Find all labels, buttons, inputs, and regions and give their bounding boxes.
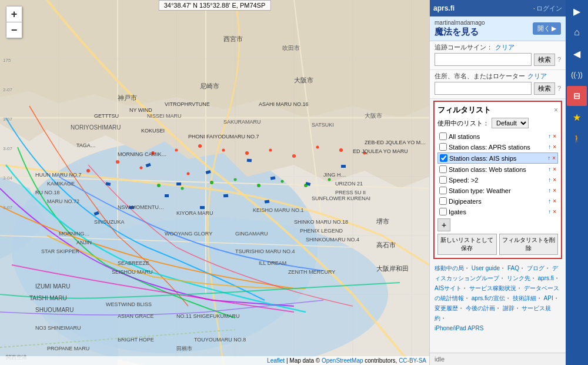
link-user-guide[interactable]: User guide — [472, 265, 500, 271]
filter-up-speed[interactable]: ↑ — [548, 177, 551, 183]
link-moving-stations[interactable]: 移動中の局 — [435, 265, 464, 271]
svg-point-30 — [222, 149, 225, 152]
cc-link[interactable]: CC-BY-SA — [399, 357, 426, 364]
filter-x-web-stations[interactable]: × — [553, 166, 556, 172]
delete-list-button[interactable]: フィルタリストを削除 — [499, 234, 559, 255]
link-changelog[interactable]: 変更履歴 — [435, 305, 458, 311]
filter-x-digipeaters[interactable]: × — [553, 198, 556, 204]
svg-point-34 — [140, 167, 143, 170]
filter-item-igates: Igates ↑ × — [437, 207, 558, 217]
filter-checkbox-web-stations[interactable] — [439, 165, 447, 173]
coordinates-bar: 34°38.47' N 135°32.88' E, PM74SP — [159, 0, 271, 11]
zoom-out-button[interactable]: − — [6, 22, 22, 38]
login-link[interactable]: ログイン — [536, 4, 562, 13]
nav-right-icon[interactable]: ▶ — [567, 1, 587, 21]
filter-up-ais-ships[interactable]: ↑ — [547, 155, 550, 161]
filter-title: フィルタリスト — [437, 105, 491, 115]
filter-checkbox-digipeaters[interactable] — [439, 197, 447, 205]
svg-rect-25 — [200, 206, 205, 209]
filter-checkbox-ais-ships[interactable] — [440, 154, 447, 162]
svg-rect-21 — [223, 194, 228, 198]
svg-text:VITROPHRVTUNE: VITROPHRVTUNE — [165, 101, 210, 107]
filter-checkbox-aprs-stations[interactable] — [439, 143, 447, 151]
address-section: 住所、市名、またはロケーター クリア 検索 ? — [430, 70, 566, 99]
active-list-select[interactable]: Default — [492, 118, 529, 128]
svg-text:JING H…: JING H… — [323, 172, 346, 178]
link-plans[interactable]: 今後の計画 — [466, 305, 495, 311]
filter-up-all-stations[interactable]: ↑ — [548, 133, 551, 140]
svg-text:ASIAN GRACE: ASIAN GRACE — [118, 313, 154, 319]
filter-x-all-stations[interactable]: × — [553, 133, 556, 140]
save-list-button[interactable]: 新しいリストとして保存 — [437, 234, 497, 255]
filter-item-web-stations: Station class: Web stations ↑ × — [437, 164, 558, 174]
callsign-search-button[interactable]: 検索 — [534, 54, 555, 66]
address-help-icon[interactable]: ? — [557, 85, 561, 92]
filter-x-aprs-stations[interactable]: × — [553, 144, 556, 150]
home-icon-btn[interactable]: ⌂ — [567, 22, 587, 42]
zoom-in-button[interactable]: + — [6, 6, 22, 22]
link-status[interactable]: サービス稼動状況 — [469, 285, 516, 291]
svg-rect-23 — [341, 165, 346, 168]
svg-text:SHINKOUMARU NO.4: SHINKOUMARU NO.4 — [306, 237, 359, 243]
address-clear-button[interactable]: クリア — [527, 72, 547, 81]
filter-label-weather: Station type: Weather — [449, 187, 546, 194]
svg-text:NISSEI MARU: NISSEI MARU — [147, 113, 182, 119]
link-credits[interactable]: 謝辞 — [503, 305, 514, 311]
star-icon-btn[interactable]: ★ — [567, 107, 587, 127]
filter-x-igates[interactable]: × — [553, 208, 556, 215]
link-faq[interactable]: FAQ — [507, 265, 519, 271]
filter-up-web-stations[interactable]: ↑ — [548, 166, 551, 172]
person-icon-btn[interactable]: 🚶 — [567, 128, 587, 148]
svg-text:田柄市: 田柄市 — [176, 346, 192, 351]
filter-icon-btn[interactable]: ⊟ — [567, 86, 587, 106]
filter-up-igates[interactable]: ↑ — [548, 208, 551, 215]
map-container[interactable]: 神戸市 尼崎市 大阪市 大阪市 西宮市 吹田市 NORIYOSHIMARU NI… — [0, 0, 429, 365]
svg-text:KIYORA MARU: KIYORA MARU — [176, 210, 213, 216]
callsign-clear-button[interactable]: クリア — [495, 43, 514, 52]
link-aprs[interactable]: aprs.fi — [538, 275, 554, 281]
filter-up-weather[interactable]: ↑ — [548, 187, 551, 194]
filter-label-ais-ships: Station class: AIS ships — [449, 155, 546, 162]
filter-x-weather[interactable]: × — [553, 187, 556, 194]
svg-rect-15 — [176, 182, 181, 185]
svg-text:2-07: 2-07 — [3, 87, 13, 92]
svg-text:STAR SKIPPER: STAR SKIPPER — [41, 248, 79, 254]
svg-text:ED JQULEA YO MARU: ED JQULEA YO MARU — [353, 148, 408, 154]
add-filter-button[interactable]: + — [437, 218, 450, 231]
link-ipad[interactable]: iPhone/iPad APRS — [435, 325, 483, 331]
link-ads[interactable]: aprs.fiの宣伝 — [472, 295, 505, 301]
address-input[interactable] — [435, 82, 532, 95]
filter-up-aprs-stations[interactable]: ↑ — [548, 144, 551, 150]
filter-checkbox-igates[interactable] — [439, 208, 447, 215]
filter-x-speed[interactable]: × — [553, 177, 556, 183]
address-search-button[interactable]: 検索 — [534, 82, 555, 95]
filter-x-ais-ships[interactable]: × — [552, 155, 556, 161]
callsign-label: 追跡コールサイン： — [435, 43, 493, 52]
svg-text:尼崎市: 尼崎市 — [200, 82, 219, 89]
svg-text:大阪岸和田: 大阪岸和田 — [376, 265, 409, 272]
link-ais[interactable]: AISサイト — [435, 285, 462, 291]
link-api[interactable]: API — [544, 295, 553, 301]
callsign-help-icon[interactable]: ? — [557, 56, 561, 63]
link-links[interactable]: リンク先 — [507, 275, 530, 281]
link-tech[interactable]: 技術詳細 — [513, 295, 536, 301]
magic-title: 魔法を見る — [435, 26, 530, 38]
filter-item-digipeaters: Digipeaters ↑ × — [437, 196, 558, 206]
magic-open-button[interactable]: 開く ▶ — [533, 22, 561, 35]
svg-text:IZUMI MARU: IZUMI MARU — [35, 283, 70, 290]
filter-item-weather: Station type: Weather ↑ × — [437, 185, 558, 195]
filter-checkbox-speed[interactable] — [439, 176, 447, 184]
radio-icon-btn[interactable]: ((·)) — [567, 65, 587, 85]
svg-text:PRESS 5U II: PRESS 5U II — [335, 190, 366, 195]
callsign-input[interactable] — [435, 53, 532, 66]
filter-checkbox-weather[interactable] — [439, 187, 447, 194]
osm-link[interactable]: OpenStreetMap — [322, 357, 363, 364]
filter-close-button[interactable]: × — [554, 106, 558, 114]
leaflet-link[interactable]: Leaflet — [267, 357, 285, 364]
filter-checkbox-all-stations[interactable] — [439, 132, 447, 140]
svg-text:KAMIKAGE: KAMIKAGE — [47, 181, 75, 187]
svg-text:3-07: 3-07 — [3, 146, 13, 151]
back-icon-btn[interactable]: ◀ — [567, 44, 587, 64]
link-blog[interactable]: ブログ — [527, 265, 544, 271]
filter-up-digipeaters[interactable]: ↑ — [548, 198, 551, 204]
